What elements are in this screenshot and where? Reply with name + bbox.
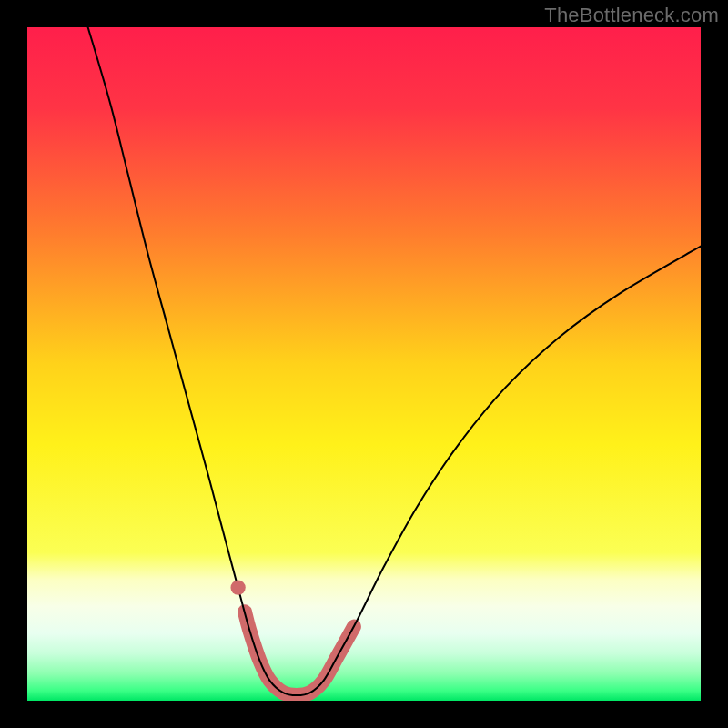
dot-left — [230, 581, 245, 595]
marker-layer — [230, 581, 245, 595]
bottleneck-chart — [27, 27, 701, 701]
watermark-text: TheBottleneck.com — [544, 4, 719, 27]
chart-frame — [27, 27, 701, 701]
chart-background — [27, 27, 701, 701]
